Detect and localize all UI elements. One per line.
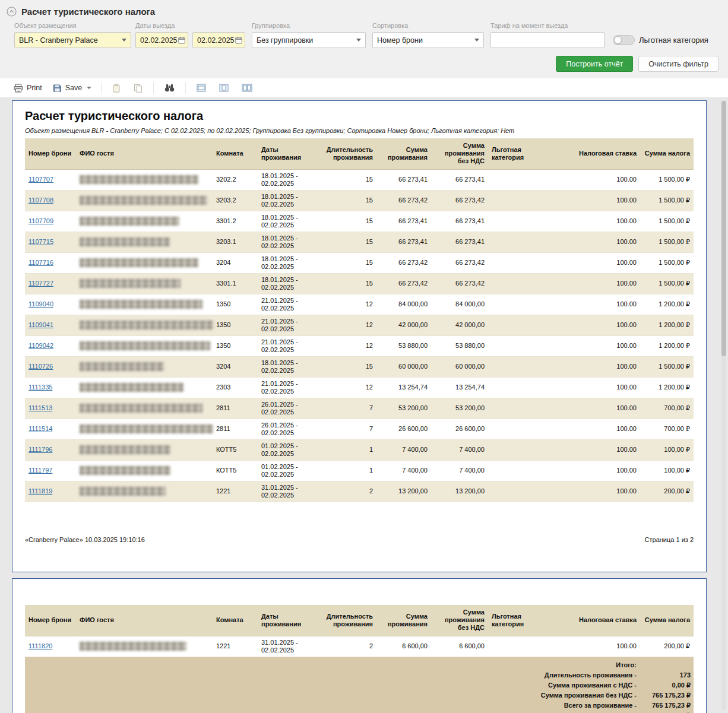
report-footer-right: Страница 1 из 2 — [645, 536, 694, 543]
nights-cell: 2 — [315, 481, 376, 502]
paste-button[interactable] — [106, 81, 127, 95]
dates-cell: 18.01.2025 -02.02.2025 — [258, 252, 315, 273]
guest-cell — [76, 481, 213, 502]
nights-cell: 7 — [315, 398, 376, 419]
room-cell: 2811 — [213, 398, 258, 419]
page-width-view-icon — [197, 84, 206, 92]
total-label: Всего за проживание - — [25, 701, 637, 711]
tax-cell: 200,00 ₽ — [640, 636, 694, 657]
total-line: Сумма проживания без НДС - 765 175,23 ₽ — [25, 690, 694, 701]
totals-title: Итого: — [25, 660, 637, 670]
rate-cell: 100.00 — [556, 232, 640, 252]
room-cell: 3203.2 — [213, 190, 258, 211]
rate-cell: 100.00 — [556, 377, 640, 398]
booking-link[interactable]: 1109041 — [29, 321, 53, 328]
rate-cell: 100.00 — [556, 190, 640, 211]
vertical-scrollbar[interactable] — [721, 100, 726, 710]
table-row: 1111513 2811 26.01.2025 -02.02.2025 7 53… — [25, 398, 694, 419]
booking-link[interactable]: 1111335 — [29, 384, 52, 391]
guest-name-redacted — [80, 196, 207, 205]
booking-link[interactable]: 1111819 — [29, 487, 52, 495]
column-header: Комната — [213, 605, 258, 636]
page-width-view-button[interactable] — [190, 81, 213, 94]
amount-cell: 60 000,00 — [376, 356, 431, 377]
category-cell — [488, 356, 556, 377]
booking-link[interactable]: 1111796 — [29, 446, 52, 453]
benefit-category-toggle[interactable] — [613, 35, 635, 45]
toolbar-divider — [153, 82, 154, 94]
sorting-value: Номер брони — [377, 36, 423, 45]
tax-cell: 700,00 ₽ — [640, 419, 694, 439]
total-label: Сумма проживания с НДС - — [25, 680, 637, 690]
dates-cell: 18.01.2025 -02.02.2025 — [258, 273, 315, 294]
column-header: Льготная категория — [488, 605, 556, 636]
filter-panel: Расчет туристического налога Объект разм… — [0, 0, 728, 78]
tax-cell: 1 500,00 ₽ — [640, 273, 694, 294]
guest-name-redacted — [80, 217, 179, 226]
column-header: Номер брони — [25, 138, 76, 169]
amount-cell: 84 000,00 — [376, 294, 431, 315]
booking-link[interactable]: 1107727 — [29, 280, 53, 287]
save-button[interactable]: Save — [48, 81, 97, 95]
room-cell: 1221 — [213, 636, 258, 657]
report-title: Расчет туристического налога — [25, 109, 694, 123]
booking-cell: 1107716 — [25, 252, 76, 273]
column-header: Сумма проживания — [376, 605, 431, 636]
table-row: 1109040 1350 21.01.2025 -02.02.2025 12 8… — [25, 294, 694, 315]
collapse-panel-button[interactable] — [6, 6, 17, 17]
booking-link[interactable]: 1107708 — [29, 197, 53, 204]
booking-link[interactable]: 1111820 — [29, 642, 52, 649]
booking-link[interactable]: 1107707 — [29, 176, 53, 183]
booking-cell: 1107715 — [25, 232, 76, 252]
booking-link[interactable]: 1111797 — [29, 467, 52, 474]
booking-link[interactable]: 1107709 — [29, 217, 53, 224]
guest-name-redacted — [80, 258, 198, 267]
dates-cell: 18.01.2025 -02.02.2025 — [258, 190, 315, 211]
booking-link[interactable]: 1107716 — [29, 259, 53, 266]
booking-cell: 1111514 — [25, 419, 76, 439]
calendar-icon — [178, 37, 185, 44]
booking-link[interactable]: 1109040 — [29, 300, 53, 308]
whole-page-view-button[interactable] — [213, 81, 235, 94]
amount-novat-cell: 66 273,42 — [431, 273, 488, 294]
tariff-input[interactable] — [490, 32, 604, 48]
object-select[interactable]: BLR - Cranberry Palace — [14, 32, 131, 48]
build-report-button[interactable]: Построить отчёт — [556, 56, 633, 72]
find-button[interactable] — [158, 81, 181, 94]
booking-link[interactable]: 1111514 — [29, 425, 52, 432]
guest-cell — [76, 273, 213, 294]
booking-link[interactable]: 1111513 — [29, 404, 52, 411]
tariff-label: Тариф на момент выезда — [490, 22, 604, 30]
print-button[interactable]: Print — [8, 81, 48, 95]
amount-novat-cell: 42 000,00 — [431, 315, 488, 335]
booking-link[interactable]: 1107715 — [29, 238, 53, 245]
room-cell: КОТТ5 — [213, 460, 258, 481]
total-line: Всего за проживание - 765 175,23 ₽ — [25, 701, 694, 711]
clear-filter-button[interactable]: Очистить фильтр — [638, 56, 718, 72]
rate-cell: 100.00 — [556, 398, 640, 419]
column-header: Сумма проживания — [376, 138, 431, 169]
save-label: Save — [65, 84, 83, 92]
scrollbar-thumb[interactable] — [721, 101, 726, 356]
room-cell: 3204 — [213, 252, 258, 273]
total-line: Сумма проживания с НДС - 0,00 ₽ — [25, 680, 694, 690]
sorting-select[interactable]: Номер брони — [372, 32, 484, 48]
grouping-select[interactable]: Без группировки — [252, 32, 366, 48]
printer-icon — [14, 84, 23, 93]
date-to-input[interactable]: 02.02.2025 — [192, 32, 245, 48]
copy-pages-icon — [134, 84, 143, 93]
category-cell — [488, 335, 556, 356]
total-line: Длительность проживания - 173 — [25, 670, 694, 680]
booking-link[interactable]: 1110726 — [29, 363, 53, 370]
category-cell — [488, 232, 556, 252]
total-value: 765 175,23 ₽ — [637, 690, 694, 701]
category-cell — [488, 481, 556, 502]
booking-cell: 1107708 — [25, 190, 76, 211]
copy-button[interactable] — [127, 81, 149, 95]
amount-cell: 66 273,41 — [376, 169, 431, 190]
date-from-input[interactable]: 02.02.2025 — [135, 32, 188, 48]
booking-link[interactable]: 1109042 — [29, 342, 53, 349]
dates-cell: 18.01.2025 -02.02.2025 — [258, 232, 315, 252]
two-pages-view-button[interactable] — [235, 81, 259, 94]
category-cell — [488, 419, 556, 439]
